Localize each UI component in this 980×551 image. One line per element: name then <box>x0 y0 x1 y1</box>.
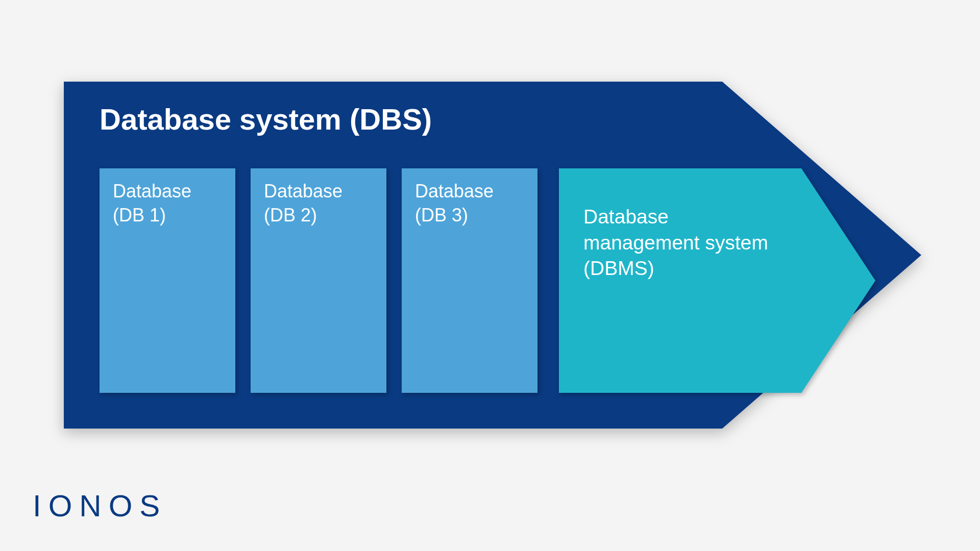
dbms-line3: (DBMS) <box>583 256 808 282</box>
db-box-2-line2: (DB 2) <box>264 204 373 228</box>
db-box-1: Database (DB 1) <box>100 168 235 393</box>
dbms-label: Database management system (DBMS) <box>583 204 808 282</box>
db-box-3: Database (DB 3) <box>402 168 537 393</box>
dbs-title: Database system (DBS) <box>100 103 432 136</box>
dbms-line1: Database <box>583 204 808 230</box>
dbs-diagram: Database system (DBS) Database (DB 1) Da… <box>64 82 921 429</box>
db-box-2-line1: Database <box>264 180 373 204</box>
db-box-2: Database (DB 2) <box>251 168 386 393</box>
db-box-1-line2: (DB 1) <box>113 204 222 228</box>
db-box-3-line2: (DB 3) <box>415 204 524 228</box>
brand-logo: IONOS <box>33 488 167 523</box>
dbms-box: Database management system (DBMS) <box>559 168 875 393</box>
db-box-1-line1: Database <box>113 180 222 204</box>
dbms-line2: management system <box>583 230 808 256</box>
db-box-3-line1: Database <box>415 180 524 204</box>
